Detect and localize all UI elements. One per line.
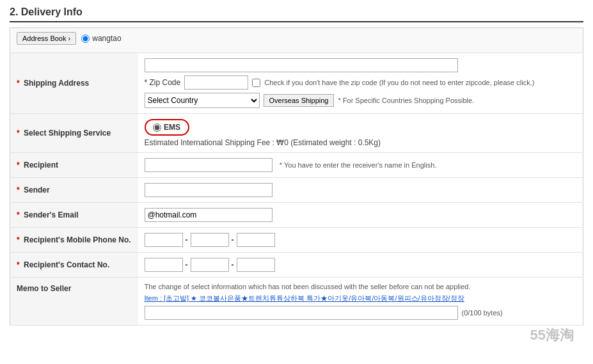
required-star-4: * — [17, 186, 20, 194]
sender-row: * Sender — [10, 178, 583, 203]
recipient-hint: * You have to enter the receiver's name … — [280, 161, 436, 169]
address-book-button[interactable]: Address Book — [17, 32, 76, 45]
shipping-address-input[interactable] — [145, 58, 458, 72]
sender-email-input[interactable] — [145, 208, 273, 222]
zip-code-label: * Zip Code — [145, 78, 181, 87]
recipient-mobile-label: * Recipient's Mobile Phone No. — [10, 228, 138, 253]
country-hint: * For Specific Countries Shopping Possib… — [338, 97, 474, 104]
sender-content — [138, 178, 583, 203]
user-radio-label[interactable]: wangtao — [81, 34, 121, 43]
shipping-service-label: * Select Shipping Service — [10, 114, 138, 153]
required-star-7: * — [17, 260, 20, 269]
shipping-fee-text: Estimated International Shipping Fee : ₩… — [145, 138, 577, 147]
sender-email-label: * Sender's Email — [10, 203, 138, 228]
ems-radio[interactable] — [153, 123, 161, 132]
shipping-address-content: * Zip Code Check if you don't have the z… — [138, 53, 583, 114]
contact-part1[interactable] — [145, 258, 183, 272]
recipient-contact-row: * Recipient's Contact No. - - — [10, 253, 583, 278]
shipping-service-row: * Select Shipping Service EMS Estimated … — [10, 114, 583, 153]
memo-input[interactable] — [145, 306, 458, 320]
address-book-row: Address Book wangtao — [10, 28, 583, 53]
zip-hint: Check if you don't have the zip code (If… — [264, 79, 534, 86]
recipient-content: * You have to enter the receiver's name … — [138, 153, 583, 178]
recipient-mobile-content: - - — [138, 228, 583, 253]
shipping-address-label: * Shipping Address — [10, 53, 138, 114]
recipient-contact-content: - - — [138, 253, 583, 278]
required-star-5: * — [17, 210, 20, 219]
ems-label: EMS — [164, 123, 180, 132]
memo-label: Memo to Seller — [10, 278, 138, 326]
section-title: 2. Delivery Info — [10, 6, 583, 22]
mobile-part1[interactable] — [145, 233, 183, 247]
required-star: * — [17, 79, 20, 88]
recipient-contact-label: * Recipient's Contact No. — [10, 253, 138, 278]
phone-sep-1: - — [186, 235, 188, 244]
required-star-2: * — [17, 129, 20, 138]
shipping-service-content: EMS Estimated International Shipping Fee… — [138, 114, 583, 153]
mobile-part2[interactable] — [191, 233, 229, 247]
recipient-label: * Recipient — [10, 153, 138, 178]
byte-count: (0/100 bytes) — [462, 309, 503, 317]
memo-hint: The change of select information which h… — [145, 283, 577, 290]
required-star-6: * — [17, 235, 20, 244]
zip-code-input[interactable] — [184, 75, 248, 90]
country-select[interactable]: Select Country — [145, 93, 260, 108]
user-radio[interactable] — [81, 35, 90, 43]
contact-part3[interactable] — [237, 258, 275, 272]
sender-input[interactable] — [145, 183, 273, 197]
mobile-part3[interactable] — [237, 233, 275, 247]
contact-sep-1: - — [186, 260, 188, 269]
phone-sep-2: - — [232, 235, 234, 244]
contact-sep-2: - — [232, 260, 234, 269]
sender-email-row: * Sender's Email — [10, 203, 583, 228]
no-zip-checkbox[interactable] — [252, 79, 260, 87]
memo-row: Memo to Seller The change of select info… — [10, 278, 583, 326]
recipient-input[interactable] — [145, 158, 273, 172]
contact-part2[interactable] — [191, 258, 229, 272]
ems-option[interactable]: EMS — [145, 119, 189, 136]
memo-content: The change of select information which h… — [138, 278, 583, 326]
overseas-shipping-button[interactable]: Overseas Shipping — [264, 94, 335, 107]
user-name: wangtao — [92, 34, 121, 43]
sender-label: * Sender — [10, 178, 138, 203]
sender-email-content — [138, 203, 583, 228]
recipient-mobile-row: * Recipient's Mobile Phone No. - - — [10, 228, 583, 253]
recipient-row: * Recipient * You have to enter the rece… — [10, 153, 583, 178]
shipping-address-row: * Shipping Address * Zip Code Check if y… — [10, 53, 583, 114]
required-star-3: * — [17, 161, 20, 170]
memo-item-link[interactable]: Item : [초고발] ★ 코코볼사은품★트렌치튜튜상하복 특가★아기옷/유아… — [145, 294, 577, 303]
